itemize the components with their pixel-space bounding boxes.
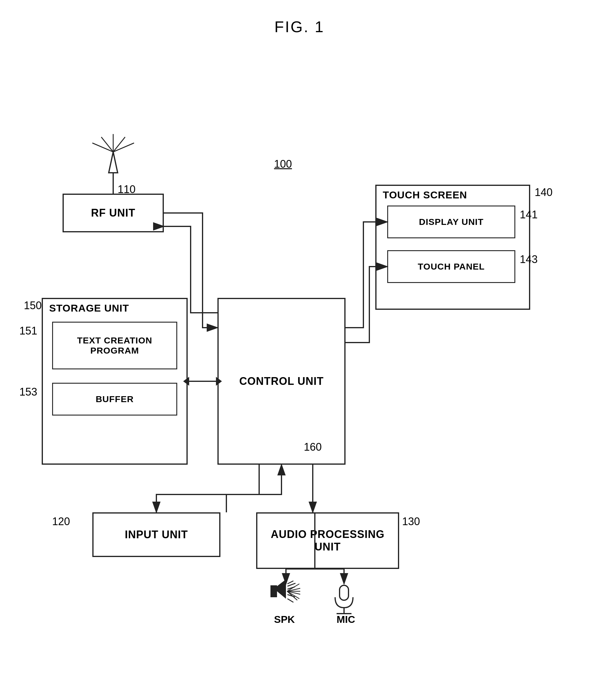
- svg-line-20: [288, 583, 296, 586]
- ref-141: 141: [520, 208, 538, 221]
- svg-line-21: [287, 584, 299, 591]
- svg-line-16: [288, 581, 293, 584]
- svg-line-18: [288, 595, 295, 597]
- ref-150: 150: [24, 299, 42, 312]
- svg-marker-4: [109, 152, 118, 173]
- diagram-container: FIG. 1 100 RF UNIT 110 TOUCH SCREEN 140 …: [0, 0, 599, 700]
- rf-unit-box: RF UNIT: [63, 194, 164, 232]
- svg-line-24: [287, 591, 300, 594]
- control-unit-box: CONTROL UNIT: [218, 298, 346, 465]
- svg-marker-15: [277, 579, 286, 599]
- ref-151: 151: [19, 325, 37, 337]
- buffer-box: BUFFER: [52, 383, 177, 416]
- ref-160: 160: [304, 441, 322, 453]
- svg-line-26: [287, 591, 297, 600]
- ref-120: 120: [52, 515, 70, 528]
- svg-line-22: [287, 588, 300, 591]
- spk-label: SPK: [274, 614, 295, 625]
- touch-screen-label: TOUCH SCREEN: [383, 189, 467, 201]
- ref-130: 130: [402, 515, 420, 528]
- ref-110: 110: [118, 183, 135, 196]
- ref-100: 100: [274, 158, 292, 170]
- fig-title: FIG. 1: [274, 18, 324, 36]
- ref-153: 153: [19, 386, 37, 398]
- svg-line-17: [288, 587, 295, 589]
- svg-line-7: [113, 137, 125, 152]
- touch-panel-box: TOUCH PANEL: [387, 250, 515, 283]
- svg-line-5: [101, 137, 113, 152]
- input-unit-box: INPUT UNIT: [92, 512, 220, 557]
- svg-line-25: [287, 591, 299, 599]
- svg-line-9: [113, 143, 134, 152]
- display-unit-box: DISPLAY UNIT: [387, 205, 515, 238]
- audio-processing-box: AUDIO PROCESSING UNIT: [256, 512, 399, 569]
- svg-line-19: [288, 599, 293, 602]
- mic-label: MIC: [336, 614, 355, 625]
- ref-143: 143: [520, 253, 538, 266]
- svg-rect-27: [340, 585, 349, 600]
- touch-screen-box: [375, 185, 530, 310]
- ref-140: 140: [535, 186, 552, 199]
- storage-unit-label: STORAGE UNIT: [49, 302, 129, 314]
- svg-line-8: [92, 143, 113, 152]
- text-creation-box: TEXT CREATION PROGRAM: [52, 322, 177, 369]
- svg-rect-14: [271, 585, 277, 597]
